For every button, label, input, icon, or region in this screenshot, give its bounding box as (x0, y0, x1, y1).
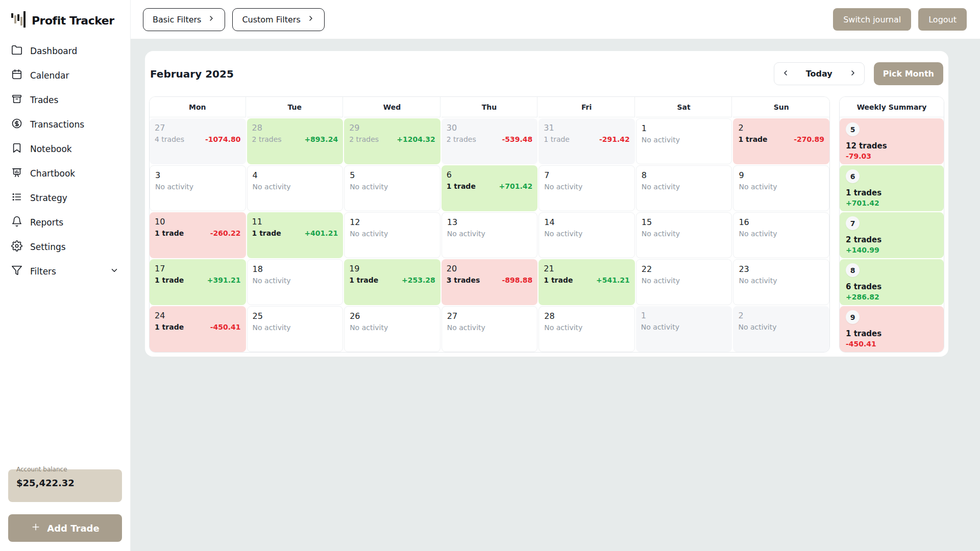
day-cell-17[interactable]: 171 trade+391.21 (150, 259, 246, 305)
day-cell-24[interactable]: 241 trade-450.41 (150, 306, 246, 352)
chevron-right-icon (849, 69, 857, 79)
day-cell-28[interactable]: 28No activity (538, 306, 635, 352)
calendar-grid-wrap: MonTueWedThuFriSatSun274 trades-1074.802… (149, 96, 830, 353)
sidebar-item-transactions[interactable]: Transactions (8, 112, 122, 137)
next-month-button[interactable] (842, 63, 864, 85)
day-cell-10[interactable]: 101 trade-260.22 (150, 212, 246, 258)
weekly-summary-detail: 6 trades+286.82 (846, 282, 938, 301)
day-cell-13[interactable]: 13No activity (442, 212, 538, 258)
add-trade-button[interactable]: Add Trade (8, 514, 122, 542)
custom-filters-button[interactable]: Custom Filters (232, 8, 324, 31)
sidebar-item-strategy[interactable]: Strategy (8, 186, 122, 210)
day-cell-detail: 2 trades+893.24 (252, 135, 338, 143)
prev-month-button[interactable] (774, 63, 797, 85)
day-cell-27[interactable]: 27No activity (442, 306, 538, 352)
day-cell-19[interactable]: 191 trade+253.28 (344, 259, 440, 305)
sidebar-item-reports[interactable]: Reports (8, 210, 122, 235)
day-cell-1[interactable]: 1No activity (636, 118, 732, 164)
sidebar-item-label: Chartbook (30, 168, 75, 179)
sidebar-item-trades[interactable]: Trades (8, 88, 122, 112)
sidebar-item-dashboard[interactable]: Dashboard (8, 39, 122, 63)
day-cell-6[interactable]: 61 trade+701.42 (442, 165, 538, 211)
month-navigation: Today (774, 62, 865, 85)
calendar-card: February 2025 Today Pick Month (145, 51, 948, 357)
day-number: 15 (642, 217, 727, 227)
no-activity-label: No activity (739, 230, 777, 238)
day-number: 25 (253, 311, 338, 321)
sidebar-item-filters[interactable]: Filters (8, 259, 122, 284)
sidebar-item-calendar[interactable]: Calendar (8, 63, 122, 88)
weekly-pl-value: +140.99 (846, 246, 938, 254)
day-cell-detail: 1 trade+541.21 (544, 276, 630, 284)
trade-count: 4 trades (155, 135, 184, 143)
day-cell-9[interactable]: 9No activity (733, 165, 829, 211)
logout-button[interactable]: Logout (918, 8, 967, 31)
day-header-fri: Fri (538, 97, 635, 117)
bookmark-icon (11, 142, 22, 156)
weekly-summary-card-week-7: 72 trades+140.99 (840, 212, 944, 258)
sidebar-item-chartbook[interactable]: Chartbook (8, 161, 122, 186)
sidebar-item-settings[interactable]: Settings (8, 235, 122, 259)
sidebar-nav: Dashboard Calendar Trades Transactions N… (8, 39, 122, 284)
day-cell-14[interactable]: 14No activity (538, 212, 635, 258)
day-cell-detail: No activity (544, 230, 629, 238)
sidebar-item-notebook[interactable]: Notebook (8, 137, 122, 161)
no-activity-label: No activity (739, 183, 777, 191)
weekly-summary-card-week-5: 512 trades-79.03 (840, 118, 944, 164)
switch-journal-button[interactable]: Switch journal (833, 8, 911, 31)
trade-count: 1 trade (155, 323, 184, 331)
day-cell-21[interactable]: 211 trade+541.21 (538, 259, 635, 305)
basic-filters-button[interactable]: Basic Filters (143, 8, 225, 31)
trade-count: 2 trades (252, 135, 282, 143)
day-number: 28 (252, 123, 338, 133)
day-cell-30[interactable]: 302 trades-539.48 (442, 118, 538, 164)
folder-icon (11, 44, 22, 58)
no-activity-label: No activity (544, 323, 582, 332)
day-cell-2[interactable]: 2No activity (733, 306, 829, 352)
day-cell-7[interactable]: 7No activity (538, 165, 635, 211)
day-cell-26[interactable]: 26No activity (344, 306, 440, 352)
day-cell-16[interactable]: 16No activity (733, 212, 829, 258)
sidebar-item-label: Settings (30, 242, 66, 252)
day-cell-28[interactable]: 282 trades+893.24 (247, 118, 344, 164)
pick-month-button[interactable]: Pick Month (874, 62, 943, 85)
day-cell-20[interactable]: 203 trades-898.88 (442, 259, 538, 305)
day-cell-23[interactable]: 23No activity (733, 259, 829, 305)
today-button[interactable]: Today (797, 63, 842, 85)
weekly-trade-count: 1 trades (846, 188, 938, 197)
day-number: 23 (739, 264, 824, 274)
sidebar-item-label: Trades (30, 95, 58, 105)
trade-count: 1 trade (738, 135, 767, 143)
sidebar-item-label: Notebook (30, 144, 72, 154)
day-cell-31[interactable]: 311 trade-291.42 (538, 118, 635, 164)
week-number-badge: 7 (846, 216, 860, 230)
day-cell-27[interactable]: 274 trades-1074.80 (150, 118, 246, 164)
day-cell-29[interactable]: 292 trades+1204.32 (344, 118, 440, 164)
pl-value: -260.22 (210, 229, 241, 237)
day-cell-3[interactable]: 3No activity (150, 165, 246, 211)
day-cell-22[interactable]: 22No activity (636, 259, 732, 305)
account-balance-card: Account balance $25,422.32 (8, 469, 122, 502)
day-cell-25[interactable]: 25No activity (247, 306, 344, 352)
day-cell-2[interactable]: 21 trade-270.89 (733, 118, 829, 164)
day-cell-detail: No activity (253, 183, 338, 191)
day-cell-18[interactable]: 18No activity (247, 259, 344, 305)
day-cell-8[interactable]: 8No activity (636, 165, 732, 211)
week-number-badge: 6 (846, 169, 860, 183)
main-area: February 2025 Today Pick Month (131, 39, 980, 551)
day-cell-1[interactable]: 1No activity (636, 306, 732, 352)
day-cell-5[interactable]: 5No activity (344, 165, 440, 211)
trade-count: 1 trade (544, 276, 573, 284)
no-activity-label: No activity (544, 230, 582, 238)
day-header-wed: Wed (344, 97, 440, 117)
sidebar: Profit Tracker Dashboard Calendar Trades… (0, 0, 131, 551)
day-cell-12[interactable]: 12No activity (344, 212, 440, 258)
day-cell-4[interactable]: 4No activity (247, 165, 344, 211)
day-cell-15[interactable]: 15No activity (636, 212, 732, 258)
day-cell-detail: 1 trade-291.42 (544, 135, 630, 143)
no-activity-label: No activity (641, 323, 679, 331)
pl-value: +541.21 (596, 276, 630, 284)
day-header-thu: Thu (442, 97, 538, 117)
day-cell-11[interactable]: 111 trade+401.21 (247, 212, 344, 258)
pl-value: +701.42 (499, 182, 533, 190)
